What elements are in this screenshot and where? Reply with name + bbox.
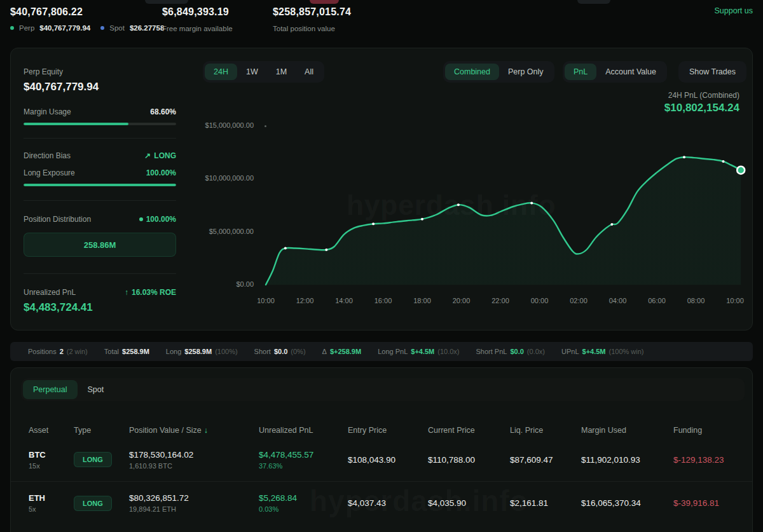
asset-value: BTC	[29, 450, 74, 460]
metric-tabs: PnLAccount Value	[563, 61, 667, 83]
trader-dashboard: $40,767,806.22 Perp $40,767,779.94 Spot …	[0, 0, 763, 532]
scope-combined[interactable]: Combined	[445, 64, 499, 80]
summary-long-pnl: Long PnL$+4.5M(10.0x)	[378, 348, 459, 355]
spot-label: Spot	[109, 24, 125, 32]
summary-positions: Positions2(2 win)	[28, 348, 88, 355]
column-header-funding[interactable]: Funding	[673, 426, 734, 435]
column-header-margin-used[interactable]: Margin Used	[581, 426, 673, 435]
margin-usage-value: 68.60%	[150, 107, 176, 116]
summary-value: 2	[60, 348, 64, 355]
column-header-liq-price[interactable]: Liq. Price	[510, 426, 581, 435]
column-header-current-price[interactable]: Current Price	[428, 426, 510, 435]
entry-price-value: $4,037.43	[348, 498, 428, 508]
time-range-24h[interactable]: 24H	[205, 64, 237, 80]
y-tick--15-000-000-00: $15,000,000.00	[184, 121, 254, 129]
sort-desc-icon: ↓	[204, 426, 208, 435]
summary-extra: (100%)	[215, 348, 237, 355]
x-tick-4-18-00: 18:00	[413, 297, 431, 304]
column-header-unrealized-pnl[interactable]: Unrealized PnL	[259, 426, 348, 435]
pnl-area-chart[interactable]	[261, 110, 753, 294]
time-range-1w[interactable]: 1W	[237, 64, 267, 80]
perp-label: Perp	[19, 24, 34, 32]
free-margin-label: Free margin available	[162, 25, 233, 32]
x-tick-1-12-00: 12:00	[296, 297, 314, 304]
metric-pnl[interactable]: PnL	[565, 64, 596, 80]
x-tick-10-06-00: 06:00	[648, 297, 666, 304]
summary-value: $0.0	[274, 348, 287, 355]
market-toggle: PerpetualSpot	[21, 378, 745, 401]
x-tick-8-02-00: 02:00	[570, 297, 588, 304]
unrealized-pnl-sub: 0.03%	[259, 505, 348, 513]
summary-value: $258.9M	[122, 348, 149, 355]
table-header-row: AssetTypePosition Value / Size↓Unrealize…	[11, 423, 752, 438]
summary-long: Long$258.9M(100%)	[166, 348, 238, 355]
total-position-value: $258,857,015.74	[273, 6, 351, 18]
x-tick-0-10-00: 10:00	[257, 297, 275, 304]
unrealized-pnl-sub: 37.63%	[259, 462, 348, 470]
summary-label: Total	[104, 348, 119, 355]
unrealized-pnl-value: $4,478,455.57	[259, 450, 348, 460]
column-header-type[interactable]: Type	[74, 426, 129, 435]
current-price-value: $110,788.00	[428, 455, 510, 465]
perp-dot-icon	[10, 26, 14, 30]
column-header-asset[interactable]: Asset	[29, 426, 74, 435]
x-tick-2-14-00: 14:00	[335, 297, 353, 304]
market-spot[interactable]: Spot	[78, 380, 114, 399]
summary-label: Short	[254, 348, 271, 355]
market-perpetual[interactable]: Perpetual	[23, 380, 78, 399]
entry-price: $108,043.90	[348, 455, 428, 465]
long-badge: LONG	[74, 496, 112, 511]
data-point-marker	[610, 223, 613, 226]
latest-point-marker	[737, 167, 745, 174]
distribution-bucket[interactable]: 258.86M	[24, 233, 176, 257]
equity-chart-card: Perp Equity $40,767,779.94 Margin Usage …	[10, 48, 753, 331]
y-tick--10-000-000-00: $10,000,000.00	[184, 174, 254, 182]
time-range-tabs: 24H1W1MAll	[203, 61, 324, 83]
positions-table-card: hyperdash.info Asset PositionsOpen Order…	[10, 367, 753, 532]
divider	[24, 200, 176, 201]
summary-extra: (2 win)	[67, 348, 88, 355]
asset-value: ETH	[29, 493, 74, 503]
liq-price: $87,609.47	[510, 455, 581, 465]
time-range-all[interactable]: All	[296, 64, 322, 80]
type: LONG	[74, 496, 129, 511]
divider	[24, 138, 176, 139]
position-distribution-label: Position Distribution	[24, 215, 91, 224]
long-exposure-value: 100.00%	[146, 168, 176, 177]
show-trades-button[interactable]: Show Trades	[680, 64, 745, 80]
long-badge: LONG	[74, 452, 112, 467]
summary-extra: (0%)	[291, 348, 305, 355]
x-tick-9-04-00: 04:00	[609, 297, 627, 304]
scope-tabs: CombinedPerp Only	[443, 61, 554, 83]
x-tick-12-10-00: 10:00	[726, 297, 744, 304]
x-tick-6-22-00: 22:00	[491, 297, 509, 304]
time-range-1m[interactable]: 1M	[267, 64, 296, 80]
column-header-entry-price[interactable]: Entry Price	[348, 426, 428, 435]
asset: ETH5x	[29, 493, 74, 513]
margin-used-value: $11,902,010.93	[581, 455, 673, 465]
margin-usage-label: Margin Usage	[24, 107, 71, 116]
y-tick--5-000-000-00: $5,000,000.00	[184, 228, 254, 235]
x-tick-5-20-00: 20:00	[453, 297, 471, 304]
x-tick-3-16-00: 16:00	[375, 297, 392, 304]
margin-used-value: $16,065,370.34	[581, 498, 673, 508]
summary-total: Total$258.9M	[104, 348, 149, 355]
support-us-link[interactable]: Support us	[715, 6, 753, 15]
summary-extra: (100% win)	[609, 348, 644, 355]
trend-up-icon: ↗	[144, 151, 151, 160]
total-position-label: Total position value	[273, 25, 335, 32]
position-row-btc[interactable]: BTC15xLONG$178,530,164.021,610.93 BTC$4,…	[11, 438, 752, 481]
column-header-position-value-size[interactable]: Position Value / Size↓	[129, 426, 259, 435]
scope-perp-only[interactable]: Perp Only	[499, 64, 553, 80]
margin-usage-fill	[24, 123, 128, 125]
perp-equity-value: $40,767,779.94	[39, 24, 90, 32]
current-price-value: $4,035.90	[428, 498, 510, 508]
summary-extra: (10.0x)	[437, 348, 459, 355]
position-row-eth[interactable]: ETH5xLONG$80,326,851.7219,894.21 ETH$5,2…	[11, 481, 752, 524]
position-value-sub: 19,894.21 ETH	[129, 505, 259, 513]
data-point-marker	[325, 249, 327, 251]
metric-account-value[interactable]: Account Value	[596, 64, 665, 80]
funding: $-39,916.81	[673, 498, 734, 508]
asset-sub: 5x	[29, 505, 74, 513]
free-margin-value: $6,849,393.19	[162, 6, 229, 18]
